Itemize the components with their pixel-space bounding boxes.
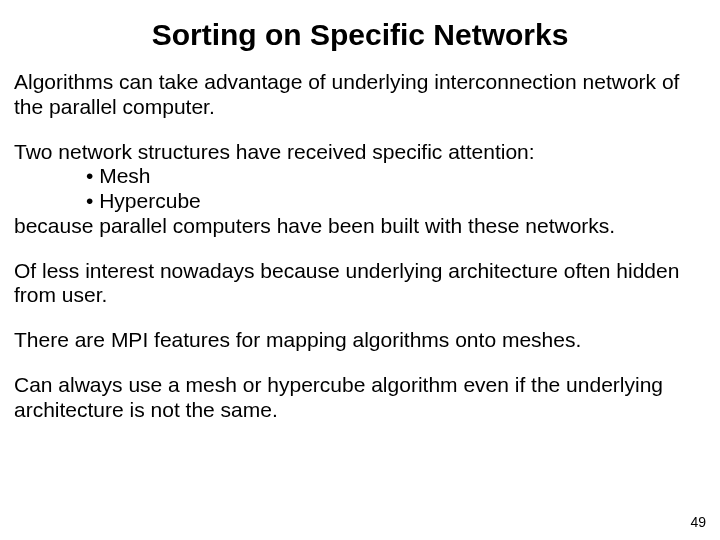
bullet-intro: Two network structures have received spe… xyxy=(14,140,706,165)
bullet-outro: because parallel computers have been bui… xyxy=(14,214,706,239)
page-number: 49 xyxy=(690,514,706,530)
bullet-item-mesh: • Mesh xyxy=(14,164,706,189)
bullet-block: Two network structures have received spe… xyxy=(14,140,706,239)
paragraph-mpi: There are MPI features for mapping algor… xyxy=(14,328,706,353)
paragraph-intro: Algorithms can take advantage of underly… xyxy=(14,70,706,120)
paragraph-can-always: Can always use a mesh or hypercube algor… xyxy=(14,373,706,423)
slide: Sorting on Specific Networks Algorithms … xyxy=(0,0,720,540)
bullet-item-hypercube: • Hypercube xyxy=(14,189,706,214)
slide-title: Sorting on Specific Networks xyxy=(14,18,706,52)
paragraph-less-interest: Of less interest nowadays because underl… xyxy=(14,259,706,309)
